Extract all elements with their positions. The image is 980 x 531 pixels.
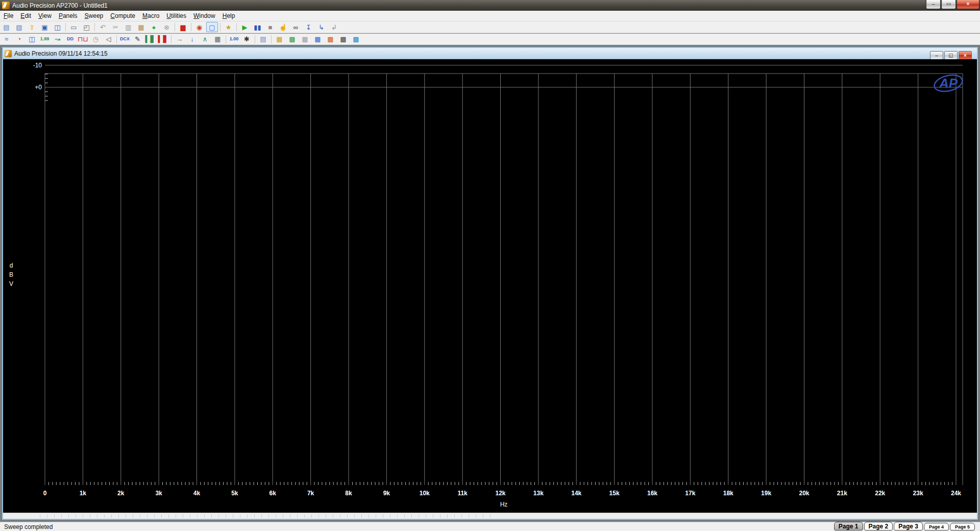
print-icon[interactable]: ▭: [68, 22, 80, 32]
menu-sweep[interactable]: Sweep: [81, 11, 107, 20]
digital-analyzer-panel-icon[interactable]: ◫: [26, 34, 38, 44]
toolbar-separator: [220, 23, 220, 31]
x-tick-label: 24k: [951, 490, 961, 497]
undo-icon[interactable]: ↶: [97, 22, 109, 32]
document-close-button[interactable]: ×: [959, 51, 972, 60]
x-tick-label: 5k: [231, 490, 238, 497]
maximize-button[interactable]: ▭: [941, 0, 956, 9]
save-test-icon[interactable]: ▣: [39, 22, 51, 32]
preset-panel-1-icon[interactable]: ▩: [274, 34, 285, 44]
close-button[interactable]: ×: [957, 0, 979, 9]
go-online-icon[interactable]: ●: [148, 22, 160, 32]
wizard-icon[interactable]: ★: [223, 22, 234, 32]
import-data-icon[interactable]: ↓: [186, 34, 198, 44]
macro-editor-icon[interactable]: ▤: [257, 34, 269, 44]
abort-icon[interactable]: ⊗: [161, 22, 173, 32]
document-icon: [5, 50, 12, 57]
toolbar-separator: [171, 35, 172, 43]
dcx-panel-icon[interactable]: DCX: [119, 34, 131, 44]
menu-edit[interactable]: Edit: [17, 11, 35, 20]
monitor-glasses-icon[interactable]: ∞: [290, 22, 302, 32]
print-preview-icon[interactable]: ◰: [81, 22, 92, 32]
menu-window[interactable]: Window: [190, 11, 219, 20]
bar-graph-green-icon[interactable]: ▍▋: [144, 34, 156, 44]
document-titlebar[interactable]: Audio Precision 09/11/14 12:54:15: [3, 48, 977, 59]
x-tick-label: 11k: [457, 490, 468, 497]
paste-icon[interactable]: ▦: [135, 22, 147, 32]
cut-icon[interactable]: ✂: [110, 22, 121, 32]
spectrum-plot[interactable]: +0-10-20-30-40-50-60-70-80-90-100-110-12…: [3, 59, 977, 511]
x-tick-label: 17k: [685, 490, 695, 497]
preset-panel-2-icon[interactable]: ▩: [286, 34, 298, 44]
open-test-icon[interactable]: ⇧: [26, 22, 38, 32]
regulation-panel-icon[interactable]: ✎: [132, 34, 143, 44]
x-tick-label: 16k: [647, 490, 657, 497]
analog-generator-panel-icon[interactable]: ◔: [13, 34, 25, 44]
new-data-icon[interactable]: ▧: [13, 22, 25, 32]
learn-mode-icon[interactable]: ◉: [193, 22, 205, 32]
tab-page-2[interactable]: Page 2: [864, 522, 893, 530]
sweep-stop-icon[interactable]: ■: [264, 22, 276, 32]
save-all-icon[interactable]: ◫: [52, 22, 63, 32]
y-tick-label: -10: [33, 62, 42, 69]
x-tick-label: 18k: [723, 490, 733, 497]
graph-panel-icon[interactable]: ∧: [199, 34, 211, 44]
document-minimize-button[interactable]: –: [930, 51, 943, 60]
operate-mode-icon[interactable]: ▢: [206, 22, 218, 32]
x-tick-label: 12k: [495, 490, 505, 497]
tab-page-5[interactable]: Page 5: [950, 523, 975, 530]
tab-page-3[interactable]: Page 3: [894, 522, 923, 530]
digital-generator-panel-icon[interactable]: 1.99: [39, 34, 51, 44]
sweep-pause-icon[interactable]: ▮▮: [252, 22, 263, 32]
sweep-panel-icon[interactable]: ↝: [52, 34, 63, 44]
panel-bar-graph-icon[interactable]: ▆: [177, 22, 189, 32]
goto-sweep-icon[interactable]: ↳: [315, 22, 327, 32]
graph-document-window: Audio Precision 09/11/14 12:54:15 – ◱ × …: [2, 47, 978, 520]
menu-macro[interactable]: Macro: [139, 11, 163, 20]
settling-panel-icon[interactable]: ◷: [90, 34, 102, 44]
x-tick-label: 23k: [913, 490, 923, 497]
analog-analyzer-panel-icon[interactable]: ≈: [1, 34, 12, 44]
copy-icon[interactable]: ▥: [122, 22, 134, 32]
minimize-button[interactable]: –: [926, 0, 941, 9]
window-title: Audio Precision AP2700 - Untitled1: [12, 2, 108, 9]
page-tabs: Page 1Page 2Page 3Page 4Page 5: [833, 522, 975, 530]
append-data-icon[interactable]: ↧: [303, 22, 314, 32]
bar-graph-red-icon[interactable]: ▍▋: [157, 34, 169, 44]
tab-page-1[interactable]: Page 1: [834, 522, 863, 530]
window-titlebar[interactable]: Audio Precision AP2700 - Untitled1: [0, 0, 980, 11]
preset-panel-6-icon[interactable]: ▩: [337, 34, 349, 44]
menu-file[interactable]: File: [0, 11, 17, 20]
status-message: Sweep completed: [0, 523, 53, 530]
menu-help[interactable]: Help: [219, 11, 239, 20]
toolbar-separator: [191, 23, 191, 31]
x-tick-label: 14k: [571, 490, 581, 497]
mdi-workspace: Audio Precision 09/11/14 12:54:15 – ◱ × …: [0, 45, 980, 522]
bits-panel-icon[interactable]: 1.00: [228, 34, 240, 44]
tab-page-4[interactable]: Page 4: [924, 523, 949, 530]
sweep-start-icon[interactable]: ▶: [239, 22, 251, 32]
toolbar-separator: [236, 23, 237, 31]
menu-utilities[interactable]: Utilities: [163, 11, 190, 20]
preset-panel-7-icon[interactable]: ▩: [350, 34, 362, 44]
new-test-icon[interactable]: ▤: [1, 22, 12, 32]
menu-compute[interactable]: Compute: [107, 11, 139, 20]
stop-hand-icon[interactable]: ☝: [277, 22, 289, 32]
switcher-panel-icon[interactable]: ⊓⊔: [77, 34, 89, 44]
multitone-panel-icon[interactable]: ✱: [241, 34, 253, 44]
x-tick-label: 20k: [799, 490, 809, 497]
data-editor-panel-icon[interactable]: ▦: [212, 34, 224, 44]
document-caption-buttons: – ◱ ×: [930, 51, 972, 60]
digital-io-panel-icon[interactable]: DD: [64, 34, 76, 44]
graph-horizontal-scrollbar[interactable]: [3, 513, 977, 519]
document-restore-button[interactable]: ◱: [944, 51, 958, 60]
data-to-sweep-icon[interactable]: →: [174, 34, 185, 44]
menu-view[interactable]: View: [35, 11, 55, 20]
preset-panel-4-icon[interactable]: ▩: [312, 34, 324, 44]
menu-panels[interactable]: Panels: [55, 11, 81, 20]
goto-settling-icon[interactable]: ↲: [328, 22, 340, 32]
x-tick-label: 13k: [533, 490, 544, 497]
preset-panel-5-icon[interactable]: ▩: [325, 34, 336, 44]
speaker-monitor-panel-icon[interactable]: ◁: [103, 34, 114, 44]
preset-panel-3-icon[interactable]: ▩: [299, 34, 311, 44]
